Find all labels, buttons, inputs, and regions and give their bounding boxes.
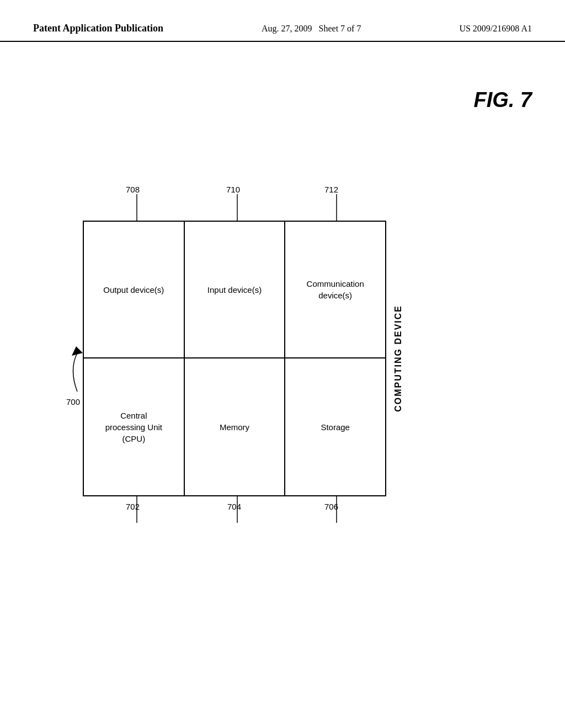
diagram-container: 700 708 710 712 Output device(s) Input d… [66, 182, 441, 568]
top-row: Output device(s) Input device(s) Communi… [84, 222, 385, 358]
outer-box: Output device(s) Input device(s) Communi… [83, 221, 386, 496]
memory-cell: Memory [185, 358, 286, 495]
patent-number: US 2009/216908 A1 [459, 22, 532, 35]
ref-700: 700 [66, 397, 80, 406]
ref-bottom-706: 706 [324, 502, 338, 511]
bottom-row: Centralprocessing Unit(CPU) Memory Stora… [84, 358, 385, 495]
storage-cell: Storage [285, 358, 385, 495]
sheet-info: Sheet 7 of 7 [319, 24, 361, 33]
cpu-cell: Centralprocessing Unit(CPU) [84, 358, 185, 495]
ref-top-710: 710 [226, 185, 240, 194]
figure-label: FIG. 7 [473, 88, 532, 112]
svg-marker-6 [72, 346, 83, 356]
computing-device-text: COMPUTING DEVICE [393, 305, 403, 412]
publication-type: Patent Application Publication [33, 22, 163, 35]
computing-device-label: COMPUTING DEVICE [376, 221, 420, 496]
ref-top-712: 712 [324, 185, 338, 194]
header-date-sheet: Aug. 27, 2009 Sheet 7 of 7 [262, 22, 361, 35]
ref-top-708: 708 [126, 185, 140, 194]
ref-bottom-702: 702 [126, 502, 140, 511]
page-header: Patent Application Publication Aug. 27, … [0, 0, 565, 42]
input-device-cell: Input device(s) [185, 222, 286, 357]
communication-device-cell: Communicationdevice(s) [285, 222, 385, 357]
output-device-cell: Output device(s) [84, 222, 185, 357]
ref-bottom-704: 704 [227, 502, 241, 511]
publication-date: Aug. 27, 2009 [262, 24, 312, 33]
